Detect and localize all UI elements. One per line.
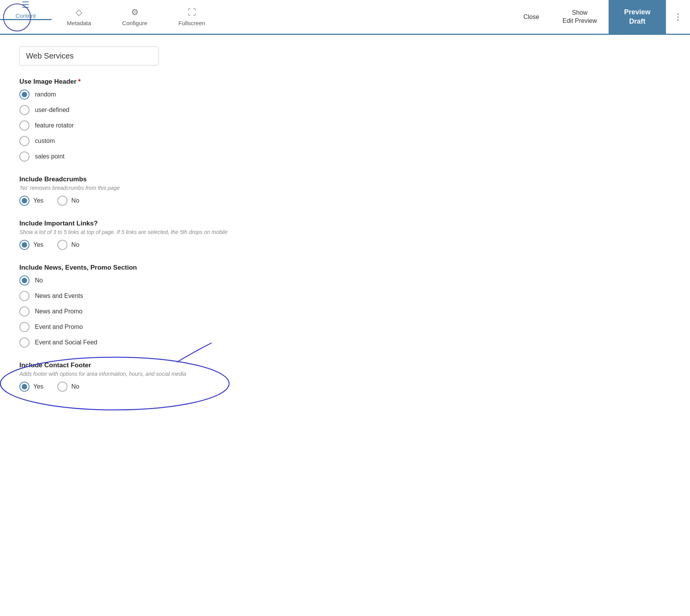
- contact-footer-sublabel: Adds footer with options for area inform…: [19, 371, 291, 377]
- radio-user-defined-outer[interactable]: [19, 105, 29, 115]
- radio-news-no-inner: [22, 278, 27, 283]
- important-links-radio-group: Yes No: [19, 240, 291, 250]
- include-important-links-section: Include Important Links? Show a list of …: [19, 220, 291, 250]
- show-edit-preview-button[interactable]: ShowEdit Preview: [551, 0, 609, 34]
- image-header-radio-group: random user-defined feature rotator cust…: [19, 89, 291, 162]
- radio-breadcrumbs-no[interactable]: No: [57, 196, 79, 206]
- tab-metadata[interactable]: ◇ Metadata: [52, 0, 107, 35]
- radio-links-no-outer[interactable]: [57, 240, 67, 250]
- radio-random-outer[interactable]: [19, 89, 29, 100]
- radio-news-promo-outer[interactable]: [19, 306, 29, 317]
- toolbar: ☰ Content ◇ Metadata ⚙ Configure ⛶ Fulls…: [0, 0, 690, 35]
- tab-metadata-label: Metadata: [67, 20, 91, 26]
- news-events-section: Include News, Events, Promo Section No N…: [19, 264, 291, 348]
- use-image-header-section: Use Image Header* random user-defined fe…: [19, 78, 291, 162]
- radio-links-yes-label: Yes: [33, 241, 43, 248]
- radio-feature-rotator-label: feature rotator: [35, 122, 74, 129]
- radio-breadcrumbs-yes-label: Yes: [33, 197, 43, 204]
- contact-footer-section: Include Contact Footer Adds footer with …: [19, 361, 291, 392]
- radio-event-promo[interactable]: Event and Promo: [19, 322, 291, 332]
- radio-news-events-outer[interactable]: [19, 291, 29, 301]
- breadcrumbs-label: Include Breadcrumbs: [19, 176, 291, 183]
- configure-icon: ⚙: [131, 7, 139, 17]
- radio-custom[interactable]: custom: [19, 136, 291, 146]
- radio-feature-rotator-outer[interactable]: [19, 120, 29, 131]
- news-events-radio-group: No News and Events News and Promo Event …: [19, 275, 291, 348]
- close-label: Close: [523, 14, 539, 21]
- radio-footer-yes-inner: [22, 384, 27, 389]
- content-icon: ☰: [22, 0, 29, 10]
- radio-links-yes-outer[interactable]: [19, 240, 29, 250]
- radio-news-no-outer[interactable]: [19, 275, 29, 286]
- radio-news-events[interactable]: News and Events: [19, 291, 291, 301]
- preview-draft-label: PreviewDraft: [624, 8, 650, 26]
- radio-news-events-label: News and Events: [35, 293, 83, 299]
- preview-draft-button[interactable]: PreviewDraft: [609, 0, 666, 34]
- breadcrumbs-sublabel: 'No' removes breadcrumbs from this page: [19, 185, 291, 191]
- content-area: Use Image Header* random user-defined fe…: [0, 35, 310, 430]
- radio-footer-no-label: No: [71, 383, 79, 390]
- radio-custom-label: custom: [35, 138, 55, 145]
- radio-feature-rotator[interactable]: feature rotator: [19, 120, 291, 131]
- tab-content-label: Content: [16, 12, 36, 19]
- radio-user-defined-label: user-defined: [35, 107, 69, 114]
- radio-news-no[interactable]: No: [19, 275, 291, 286]
- tab-fullscreen[interactable]: ⛶ Fullscreen: [163, 0, 221, 35]
- radio-links-yes-inner: [22, 242, 27, 248]
- radio-breadcrumbs-yes-outer[interactable]: [19, 196, 29, 206]
- show-edit-label: ShowEdit Preview: [562, 9, 597, 25]
- important-links-label: Include Important Links?: [19, 220, 291, 227]
- contact-footer-radio-group: Yes No: [19, 382, 291, 392]
- radio-breadcrumbs-no-label: No: [71, 197, 79, 204]
- radio-event-social-outer[interactable]: [19, 337, 29, 348]
- radio-news-promo-label: News and Promo: [35, 308, 83, 315]
- close-button[interactable]: Close: [512, 0, 551, 34]
- image-header-label: Use Image Header*: [19, 78, 291, 86]
- tab-configure[interactable]: ⚙ Configure: [107, 0, 163, 35]
- radio-footer-no[interactable]: No: [57, 382, 79, 392]
- radio-sales-point-label: sales point: [35, 153, 65, 160]
- radio-links-no-label: No: [71, 241, 79, 248]
- radio-sales-point-outer[interactable]: [19, 151, 29, 162]
- metadata-icon: ◇: [76, 7, 82, 17]
- tab-configure-label: Configure: [122, 20, 147, 26]
- radio-footer-no-outer[interactable]: [57, 382, 67, 392]
- radio-breadcrumbs-yes[interactable]: Yes: [19, 196, 43, 206]
- radio-news-promo[interactable]: News and Promo: [19, 306, 291, 317]
- radio-breadcrumbs-no-outer[interactable]: [57, 196, 67, 206]
- fullscreen-icon: ⛶: [188, 7, 196, 17]
- radio-event-promo-outer[interactable]: [19, 322, 29, 332]
- radio-event-social[interactable]: Event and Social Feed: [19, 337, 291, 348]
- tab-content[interactable]: ☰ Content: [0, 0, 52, 20]
- include-breadcrumbs-section: Include Breadcrumbs 'No' removes breadcr…: [19, 176, 291, 206]
- contact-footer-label: Include Contact Footer: [19, 361, 291, 369]
- radio-links-yes[interactable]: Yes: [19, 240, 43, 250]
- radio-user-defined[interactable]: user-defined: [19, 105, 291, 115]
- more-icon: ⋮: [674, 12, 682, 22]
- more-options-button[interactable]: ⋮: [666, 0, 690, 34]
- radio-footer-yes[interactable]: Yes: [19, 382, 43, 392]
- radio-footer-yes-outer[interactable]: [19, 382, 29, 392]
- radio-random-inner: [22, 92, 27, 97]
- radio-footer-yes-label: Yes: [33, 383, 43, 390]
- tab-fullscreen-label: Fullscreen: [178, 20, 205, 26]
- radio-sales-point[interactable]: sales point: [19, 151, 291, 162]
- radio-links-no[interactable]: No: [57, 240, 79, 250]
- required-star: *: [78, 78, 81, 85]
- page-title-input[interactable]: [19, 46, 159, 65]
- radio-event-social-label: Event and Social Feed: [35, 339, 97, 346]
- important-links-sublabel: Show a list of 3 to 5 links at top of pa…: [19, 229, 291, 235]
- radio-breadcrumbs-yes-inner: [22, 198, 27, 203]
- radio-custom-outer[interactable]: [19, 136, 29, 146]
- breadcrumbs-radio-group: Yes No: [19, 196, 291, 206]
- radio-news-no-label: No: [35, 277, 43, 284]
- radio-random[interactable]: random: [19, 89, 291, 100]
- news-events-label: Include News, Events, Promo Section: [19, 264, 291, 272]
- radio-event-promo-label: Event and Promo: [35, 323, 83, 330]
- radio-random-label: random: [35, 91, 56, 98]
